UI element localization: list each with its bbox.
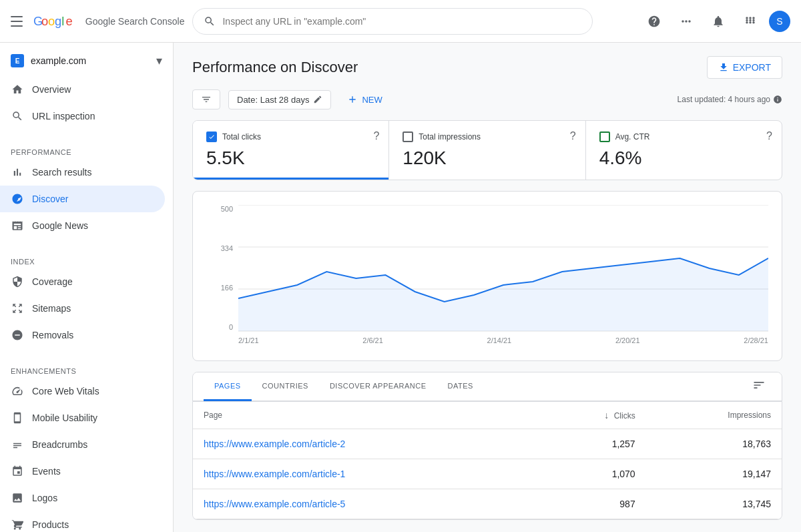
- row-3-clicks: 987: [536, 489, 646, 519]
- date-filter-button[interactable]: Date: Last 28 days: [228, 90, 331, 109]
- google-logo: G o o g l e: [33, 14, 79, 29]
- edit-icon: [313, 95, 322, 104]
- impressions-value: 120K: [403, 148, 571, 169]
- tab-discover-appearance[interactable]: DISCOVER APPEARANCE: [319, 372, 437, 401]
- remove-circle-icon: [11, 328, 24, 342]
- sidebar-item-sitemaps[interactable]: Sitemaps: [0, 295, 165, 322]
- table-filter-icon[interactable]: [747, 373, 771, 401]
- tabs-area: PAGES COUNTRIES DISCOVER APPEARANCE DATE…: [192, 372, 782, 402]
- sidebar-item-products[interactable]: Products: [0, 511, 165, 532]
- row-2-page[interactable]: https://www.example.com/article-1: [193, 459, 536, 489]
- svg-text:o: o: [41, 14, 48, 28]
- newspaper-icon: [11, 219, 24, 232]
- sidebar-item-events[interactable]: Events: [0, 458, 165, 485]
- row-3-page[interactable]: https://www.example.com/article-5: [193, 489, 536, 519]
- table-row[interactable]: https://www.example.com/article-1 1,070 …: [193, 459, 782, 489]
- sidebar-item-google-news[interactable]: Google News: [0, 212, 165, 239]
- row-1-clicks: 1,257: [536, 429, 646, 459]
- metric-header-ctr: Avg. CTR: [599, 131, 768, 142]
- layout: E example.com ▾ Overview URL inspection …: [0, 43, 801, 532]
- page-title: Performance on Discover: [192, 59, 358, 76]
- plus-icon: [347, 94, 358, 105]
- bar-chart-icon: [11, 166, 24, 179]
- ctr-label: Avg. CTR: [615, 132, 650, 142]
- page-header: Performance on Discover EXPORT: [174, 43, 801, 89]
- speed-icon: [11, 384, 24, 398]
- site-selector[interactable]: E example.com ▾: [0, 48, 173, 73]
- last-updated: Last updated: 4 hours ago: [678, 95, 782, 104]
- table-wrapper: Page ↓ Clicks Impressions https://www.ex…: [192, 402, 782, 520]
- app-title: Google Search Console: [85, 16, 185, 27]
- clicks-label: Total clicks: [222, 132, 261, 142]
- y-label-0: 0: [229, 323, 233, 331]
- search-icon: [204, 15, 216, 27]
- col-clicks[interactable]: ↓ Clicks: [536, 402, 646, 429]
- sidebar-item-removals[interactable]: Removals: [0, 322, 165, 348]
- sidebar-item-logos[interactable]: Logos: [0, 485, 165, 511]
- x-label-1: 2/1/21: [238, 336, 259, 344]
- search-bar[interactable]: [192, 8, 593, 35]
- table-row[interactable]: https://www.example.com/article-5 987 13…: [193, 489, 782, 519]
- sidebar-item-mobile-usability[interactable]: Mobile Usability: [0, 405, 165, 431]
- avatar[interactable]: S: [769, 11, 790, 32]
- clicks-help-icon[interactable]: ?: [373, 130, 379, 142]
- phone-icon: [11, 411, 24, 425]
- row-3-impressions: 13,745: [646, 489, 782, 519]
- chart-area: 500 334 166 0: [192, 191, 782, 361]
- metric-header-clicks: Total clicks: [206, 131, 375, 142]
- shopping-icon: [11, 518, 24, 531]
- sidebar-item-label: Search results: [32, 167, 91, 178]
- x-label-2: 2/6/21: [362, 336, 383, 344]
- help-button[interactable]: [641, 8, 668, 35]
- grid-button[interactable]: [737, 8, 764, 35]
- metric-card-clicks[interactable]: Total clicks 5.5K ?: [193, 121, 389, 180]
- main-content: Performance on Discover EXPORT Date: Las…: [174, 43, 801, 532]
- impressions-help-icon[interactable]: ?: [570, 130, 576, 142]
- metric-card-ctr[interactable]: Avg. CTR 4.6% ?: [586, 121, 782, 180]
- sidebar: E example.com ▾ Overview URL inspection …: [0, 43, 174, 532]
- search-icon: [11, 109, 24, 123]
- ctr-help-icon[interactable]: ?: [766, 130, 772, 142]
- topbar-icons: S: [641, 8, 790, 35]
- table-row[interactable]: https://www.example.com/article-2 1,257 …: [193, 429, 782, 459]
- metric-header-impressions: Total impressions: [403, 131, 571, 142]
- x-axis: 2/1/21 2/6/21 2/14/21 2/20/21 2/28/21: [238, 334, 768, 347]
- sidebar-item-overview[interactable]: Overview: [0, 76, 165, 103]
- sidebar-item-search-results[interactable]: Search results: [0, 159, 165, 186]
- export-icon: [718, 62, 729, 73]
- sidebar-item-breadcrumbs[interactable]: Breadcrumbs: [0, 431, 165, 458]
- sidebar-item-core-web-vitals[interactable]: Core Web Vitals: [0, 378, 165, 405]
- sidebar-item-label: Breadcrumbs: [32, 439, 87, 450]
- chart-svg: [238, 205, 768, 332]
- filter-sort-button[interactable]: [192, 89, 220, 109]
- row-1-page[interactable]: https://www.example.com/article-2: [193, 429, 536, 459]
- sidebar-item-url-inspection[interactable]: URL inspection: [0, 103, 165, 129]
- tab-countries[interactable]: COUNTRIES: [252, 372, 319, 401]
- sidebar-item-label: Products: [32, 519, 69, 530]
- new-filter-button[interactable]: NEW: [339, 90, 390, 109]
- notifications-button[interactable]: [705, 8, 732, 35]
- image-icon: [11, 491, 24, 505]
- search-input[interactable]: [222, 16, 581, 27]
- col-page: Page: [193, 402, 536, 429]
- y-label-334: 334: [221, 244, 233, 252]
- topbar: G o o g l e Google Search Console S: [0, 0, 801, 43]
- tab-pages[interactable]: PAGES: [204, 372, 252, 401]
- x-label-5: 2/28/21: [744, 336, 768, 344]
- tab-dates[interactable]: DATES: [437, 372, 483, 401]
- sidebar-item-coverage[interactable]: Coverage: [0, 268, 165, 295]
- site-icon: E: [11, 54, 24, 67]
- svg-text:l: l: [61, 14, 64, 28]
- sidebar-item-label: URL inspection: [32, 111, 95, 121]
- apps-button[interactable]: [673, 8, 700, 35]
- ctr-value: 4.6%: [599, 148, 768, 169]
- row-1-impressions: 18,763: [646, 429, 782, 459]
- enhancements-section-label: Enhancements: [0, 359, 173, 378]
- metric-card-impressions[interactable]: Total impressions 120K ?: [389, 121, 585, 180]
- menu-icon[interactable]: [11, 13, 27, 29]
- sidebar-item-label: Google News: [32, 220, 88, 231]
- export-button[interactable]: EXPORT: [707, 56, 782, 79]
- sidebar-item-label: Coverage: [32, 276, 73, 287]
- svg-text:g: g: [55, 14, 61, 28]
- sidebar-item-discover[interactable]: Discover: [0, 186, 165, 212]
